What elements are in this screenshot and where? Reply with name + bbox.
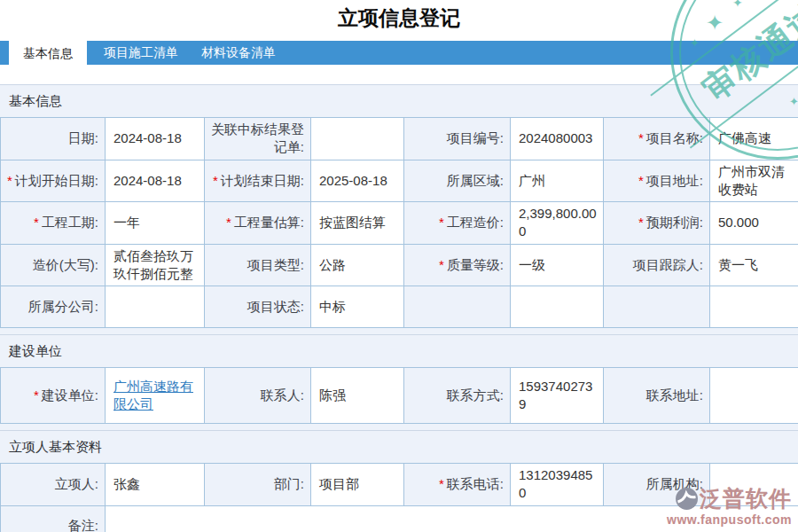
field-value-related-bid-result [311, 118, 404, 160]
field-value-project-number: 2024080003 [511, 118, 604, 160]
field-value-expected-profit: 50.000 [710, 202, 798, 245]
field-label-text: 质量等级: [447, 257, 504, 272]
field-value-project-tracker: 黄一飞 [710, 244, 798, 286]
field-value-cost-in-words: 贰佰叁拾玖万玖仟捌佰元整 [106, 244, 205, 286]
fanpu-logo-url: www.fanpusoft.com [667, 512, 792, 527]
field-label-construction-unit: *建设单位: [1, 368, 106, 424]
field-value-project-duration: 一年 [106, 202, 205, 245]
field-label-department: 部门: [205, 464, 311, 506]
required-asterisk: * [638, 173, 644, 188]
fanpu-logo: 泛普软件 www.fanpusoft.com [667, 484, 792, 527]
field-value-contact-person: 陈强 [311, 368, 404, 424]
field-label-text: 预期利润: [646, 215, 703, 230]
field-label-project-cost: *工程造价: [404, 202, 511, 245]
field-label-plan-start-date: *计划开始日期: [1, 160, 106, 202]
field-label-quality-grade: *质量等级: [404, 244, 511, 286]
required-asterisk: * [439, 215, 444, 230]
tab-project-construction-list[interactable]: 项目施工清单 [92, 41, 190, 65]
field-value-date: 2024-08-18 [106, 118, 205, 160]
field-label-text: 联系电话: [447, 476, 504, 491]
field-label-empty [604, 286, 710, 328]
required-asterisk: * [34, 215, 39, 230]
table-row: 日期: 2024-08-18 关联中标结果登记单: 项目编号: 20240800… [1, 118, 798, 160]
field-label-text: 部门: [274, 476, 304, 491]
section-title-basic-info: 基本信息 [0, 85, 798, 117]
construction-unit-link[interactable]: 广州高速路有限公司 [113, 379, 193, 411]
required-asterisk: * [638, 215, 644, 230]
required-asterisk: * [34, 387, 39, 403]
field-value-region: 广州 [511, 160, 604, 202]
field-label-text: 联系人: [261, 387, 304, 403]
table-row: *建设单位: 广州高速路有限公司 联系人: 陈强 联系方式: 159374027… [1, 368, 798, 424]
field-label-project-status: 项目状态: [205, 286, 311, 328]
basic-info-table: 日期: 2024-08-18 关联中标结果登记单: 项目编号: 20240800… [0, 117, 798, 328]
field-value-plan-start-date: 2024-08-18 [106, 160, 205, 202]
required-asterisk: * [638, 130, 644, 145]
section-title-applicant-info: 立项人基本资料 [0, 431, 798, 463]
field-label-contact-method: 联系方式: [404, 368, 511, 424]
field-label-project-number: 项目编号: [404, 118, 511, 160]
field-label-text: 工程造价: [447, 215, 504, 230]
tab-material-equipment-list[interactable]: 材料设备清单 [190, 41, 287, 65]
table-row: 造价(大写): 贰佰叁拾玖万玖仟捌佰元整 项目类型: 公路 *质量等级: 一级 … [1, 244, 798, 286]
required-asterisk: * [7, 173, 12, 188]
field-label-region: 所属区域: [404, 160, 511, 202]
field-label-text: 工程工期: [42, 215, 98, 230]
section-basic-info: 基本信息 日期: 2024-08-18 关联中标结果登记单: 项目编号: 202… [0, 84, 798, 328]
field-label-text: 项目跟踪人: [633, 257, 703, 272]
tab-bar: 基本信息 项目施工清单 材料设备清单 [0, 41, 798, 65]
field-label-date: 日期: [1, 118, 106, 160]
fanpu-logo-text: 泛普软件 [700, 484, 792, 513]
field-label-text: 所属区域: [447, 173, 504, 188]
field-label-text: 日期: [68, 130, 98, 145]
field-label-text: 项目状态: [247, 299, 304, 314]
field-label-expected-profit: *预期利润: [604, 202, 710, 245]
field-label-contact-phone: *联系电话: [404, 464, 511, 506]
field-label-text: 联系地址: [646, 387, 703, 403]
field-label-text: 计划开始日期: [15, 173, 98, 188]
field-label-text: 工程量估算: [234, 215, 304, 230]
field-value-branch-company [106, 286, 205, 328]
required-asterisk: * [439, 476, 444, 491]
field-label-project-address: *项目地址: [604, 160, 710, 202]
field-label-project-duration: *工程工期: [1, 202, 106, 245]
field-value-project-name: 广佛高速 [710, 118, 798, 160]
field-label-empty [404, 286, 511, 328]
field-value-empty [511, 286, 604, 328]
field-label-contact-address: 联系地址: [604, 368, 710, 424]
field-value-contact-address [710, 368, 798, 424]
field-label-quantity-estimate: *工程量估算: [205, 202, 311, 245]
field-label-contact-person: 联系人: [205, 368, 311, 424]
field-label-text: 造价(大写): [33, 257, 98, 272]
title-bar: 立项信息登记 [0, 0, 798, 41]
field-label-branch-company: 所属分公司: [1, 286, 106, 328]
field-value-construction-unit: 广州高速路有限公司 [106, 368, 205, 424]
field-label-text: 立项人: [55, 476, 98, 491]
form-content: 基本信息 日期: 2024-08-18 关联中标结果登记单: 项目编号: 202… [0, 84, 798, 532]
field-value-project-status: 中标 [311, 286, 404, 328]
field-label-project-name: *项目名称: [604, 118, 710, 160]
table-row: *工程工期: 一年 *工程量估算: 按蓝图结算 *工程造价: 2,399,800… [1, 202, 798, 245]
section-construction-unit: 建设单位 *建设单位: 广州高速路有限公司 联系人: 陈强 联系方式: 1593… [0, 334, 798, 424]
field-label-text: 所属分公司: [28, 299, 98, 314]
field-value-empty [710, 286, 798, 328]
required-asterisk: * [226, 215, 231, 230]
field-value-project-cost: 2,399,800.000 [511, 202, 604, 245]
field-value-contact-method: 15937402739 [511, 368, 604, 424]
field-value-department: 项目部 [311, 464, 404, 506]
field-label-cost-in-words: 造价(大写): [1, 244, 106, 286]
field-label-text: 项目类型: [247, 257, 304, 272]
field-label-text: 建设单位: [42, 387, 98, 403]
field-label-remark: 备注: [1, 505, 106, 532]
field-label-related-bid-result: 关联中标结果登记单: [205, 118, 311, 160]
field-label-applicant: 立项人: [1, 464, 106, 506]
tab-basic-info[interactable]: 基本信息 [9, 35, 87, 71]
field-label-text: 计划结束日期: [221, 173, 304, 188]
field-value-plan-end-date: 2025-08-18 [311, 160, 404, 202]
field-value-applicant: 张鑫 [106, 464, 205, 506]
field-value-quality-grade: 一级 [511, 244, 604, 286]
field-value-project-type: 公路 [311, 244, 404, 286]
table-row: 所属分公司: 项目状态: 中标 [1, 286, 798, 328]
table-row: *计划开始日期: 2024-08-18 *计划结束日期: 2025-08-18 … [1, 160, 798, 202]
required-asterisk: * [213, 173, 218, 188]
